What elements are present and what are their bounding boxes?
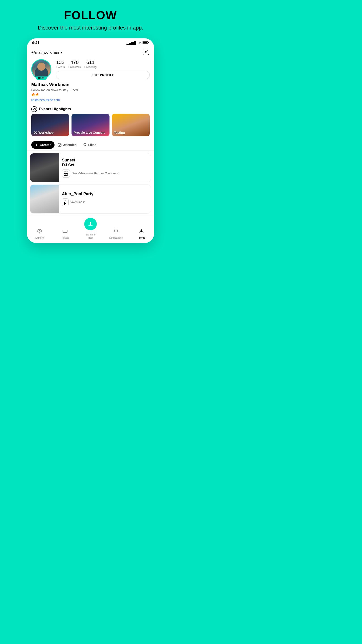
profile-info: HOST 132 Events 470 Followers 611 Follow… — [27, 59, 154, 82]
event-image-1 — [30, 154, 59, 182]
heart-circle-icon — [31, 106, 37, 112]
event-month-2: SE — [64, 199, 67, 202]
wifi-icon — [137, 41, 141, 45]
event-card-2[interactable]: After_Pool Party SE P Valentino in — [30, 184, 151, 214]
following-count: 611 — [84, 60, 96, 65]
svg-point-13 — [141, 230, 142, 231]
switch-host-icon — [87, 221, 94, 227]
tab-liked-icon — [83, 143, 87, 147]
events-count: 132 — [56, 60, 65, 65]
event-title-2: After_Pool Party — [62, 192, 93, 196]
tab-attended-icon — [58, 143, 62, 147]
event-image-2 — [30, 185, 59, 213]
profile-name: Mathias Workman — [31, 82, 150, 87]
profile-bio: Mathias Workman Follow me on Nowr to sta… — [27, 82, 154, 104]
highlight-card-2[interactable]: Presale Live Concert — [71, 114, 109, 136]
highlights-label: Events Highlights — [39, 107, 71, 111]
status-time: 9:41 — [32, 41, 39, 45]
status-icons: ▂▄▆█ — [126, 41, 149, 45]
tab-attended-label: Attended — [63, 143, 77, 147]
highlight-card-3[interactable]: Tasting — [112, 114, 150, 136]
svg-rect-2 — [148, 42, 149, 43]
tickets-label: Tickets — [61, 236, 69, 239]
avatar-wrap: HOST — [31, 59, 51, 80]
settings-button[interactable] — [143, 48, 150, 56]
explore-label: Explore — [35, 236, 43, 239]
event-month-1: SEP — [64, 170, 68, 173]
highlight-label-2: Presale Live Concert — [74, 131, 105, 134]
svg-point-4 — [31, 106, 37, 112]
username-row[interactable]: @mat_workman ▾ — [31, 50, 62, 55]
explore-icon — [37, 228, 42, 235]
tickets-icon — [62, 228, 68, 235]
event-day-1: 23 — [64, 173, 68, 177]
battery-icon — [143, 41, 149, 45]
edit-profile-button[interactable]: EDIT PROFILE — [56, 71, 150, 79]
event-details-2: After_Pool Party SE P Valentino in — [59, 185, 96, 213]
tab-liked[interactable]: Liked — [80, 141, 100, 149]
nav-explore[interactable]: Explore — [27, 228, 52, 239]
event-card-1[interactable]: Sunset DJ Set SEP 23 San Valentino in Ab… — [30, 153, 151, 182]
tab-liked-label: Liked — [88, 143, 96, 147]
tab-created-icon: + — [34, 143, 38, 147]
profile-nav-icon — [139, 228, 144, 235]
highlight-label-1: DJ Worksho​p — [33, 131, 54, 134]
event-location-1: San Valentino in Abruzzo Citeriore,VI — [72, 172, 119, 175]
svg-point-3 — [145, 51, 147, 53]
event-date-box-2: SE P — [62, 198, 69, 206]
stat-events: 132 Events — [56, 60, 65, 69]
highlights-title-row: Events Highlights — [27, 104, 154, 114]
dropdown-icon: ▾ — [60, 50, 62, 55]
highlights-scroll[interactable]: DJ Worksho​p Presale Live Concert Tastin… — [27, 114, 154, 139]
notifications-label: Notifications — [109, 236, 123, 239]
followers-count: 470 — [68, 60, 81, 65]
status-bar: 9:41 ▂▄▆█ — [27, 38, 154, 47]
tab-attended[interactable]: Attended — [54, 141, 80, 149]
nav-tickets[interactable]: Tickets — [52, 228, 78, 239]
nav-notifications[interactable]: Notifications — [103, 228, 129, 239]
event-date-box-1: SEP 23 — [62, 170, 70, 178]
gear-icon — [143, 48, 150, 56]
page-subtitle: Discover the most interesting profiles i… — [38, 24, 143, 32]
nav-switch-host[interactable]: Switch to Host — [78, 218, 103, 240]
event-day-2: P — [64, 202, 67, 206]
profile-header: @mat_workman ▾ — [27, 47, 154, 59]
signal-icon: ▂▄▆█ — [126, 41, 136, 45]
followers-label: Followers — [68, 65, 81, 69]
highlight-label-3: Tasting — [114, 131, 125, 134]
page-title: FOLLOW — [38, 9, 143, 22]
switch-host-label: Switch to Host — [86, 233, 96, 240]
event-location-2: Valentino in — [70, 200, 85, 204]
event-title-1: Sunset DJ Set — [62, 158, 119, 168]
nav-profile[interactable]: Profile — [129, 228, 154, 239]
profile-link[interactable]: linktotheoutside.com — [31, 98, 150, 102]
notifications-icon — [113, 228, 119, 235]
username-label: @mat_workman — [31, 50, 59, 55]
stat-followers[interactable]: 470 Followers — [68, 60, 81, 69]
svg-rect-12 — [63, 230, 67, 232]
tab-created[interactable]: + Created — [31, 141, 54, 149]
stat-following[interactable]: 611 Following — [84, 60, 96, 69]
bio-emojis: 🔥🔥 — [31, 92, 39, 96]
host-badge: HOST — [36, 76, 47, 80]
header-section: FOLLOW Discover the most interesting pro… — [33, 0, 148, 36]
following-label: Following — [84, 65, 96, 69]
events-label: Events — [56, 65, 65, 69]
profile-description: Follow me on Nowr to stay Tuned 🔥🔥 — [31, 88, 150, 97]
event-details-1: Sunset DJ Set SEP 23 San Valentino in Ab… — [59, 154, 122, 182]
highlight-card-1[interactable]: DJ Worksho​p — [31, 114, 69, 136]
profile-nav-label: Profile — [138, 236, 145, 239]
tab-created-label: Created — [40, 143, 51, 147]
stats-row: 132 Events 470 Followers 611 Following — [56, 60, 150, 69]
svg-rect-1 — [143, 42, 147, 44]
phone-frame: 9:41 ▂▄▆█ @mat_workman ▾ — [27, 38, 154, 243]
tab-row: + Created Attended Liked — [27, 139, 154, 151]
bottom-nav: Explore Tickets Switch to Host Notificat… — [27, 216, 154, 243]
svg-point-7 — [39, 230, 40, 232]
